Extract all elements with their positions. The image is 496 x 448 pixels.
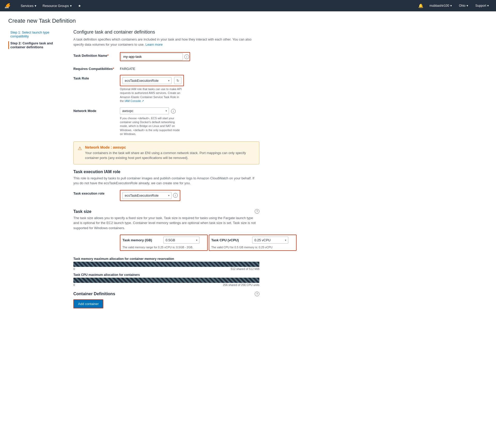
page-title: Create new Task Definition: [8, 18, 353, 24]
favorites-star[interactable]: ★: [75, 0, 84, 11]
requires-compat-row: Requires Compatibilities* FARGATE: [73, 65, 353, 71]
requires-compat-value: FARGATE: [120, 65, 135, 71]
resource-groups-chevron-icon: ▾: [70, 4, 72, 8]
task-cpu-hint: The valid CPU for 0.5 GB memory is: 0.25…: [211, 246, 294, 249]
task-memory-label: Task memory (GB): [122, 238, 161, 242]
cpu-progress-left: 0: [73, 283, 75, 286]
task-role-refresh-button[interactable]: ↻: [174, 77, 181, 84]
container-defs-title: Container Definitions: [73, 292, 115, 296]
task-memory-select[interactable]: 0.5GB 1GB 2GB: [163, 237, 199, 244]
section-title: Configure task and container definitions: [73, 29, 353, 35]
network-mode-hint: If you choose <default>, ECS will start …: [120, 116, 182, 136]
task-cpu-label: Task CPU (vCPU): [211, 238, 250, 242]
task-exec-role-info-icon[interactable]: i: [173, 193, 178, 198]
task-def-name-label: Task Definition Name*: [73, 52, 120, 58]
task-cpu-input-box: Task CPU (vCPU) 0.25 vCPU 0.5 vCPU 1 vCP…: [209, 235, 297, 251]
section-description: A task definition specifies which contai…: [73, 37, 254, 47]
network-mode-select[interactable]: awsvpc: [120, 107, 169, 114]
aws-logo[interactable]: aws: [4, 2, 13, 9]
navbar: aws Services ▾ Resource Groups ▾ ★ 🔔 mub…: [0, 0, 496, 11]
network-mode-info-icon[interactable]: i: [171, 109, 176, 114]
learn-more-link[interactable]: Learn more: [145, 43, 162, 46]
support-chevron-icon: ▾: [487, 4, 489, 7]
task-def-name-input-box: i: [120, 52, 190, 61]
task-exec-iam-title: Task execution IAM role: [73, 170, 353, 174]
task-exec-role-row: Task execution role ecsTaskExecutionRole…: [73, 190, 353, 201]
main-content: Configure task and container definitions…: [73, 29, 353, 315]
task-exec-iam-section: Task execution IAM role This role is req…: [73, 170, 353, 201]
network-mode-warning: ⚠ Network Mode : awsvpc Your containers …: [73, 141, 259, 164]
task-size-desc: The task size allows you to specify a fi…: [73, 215, 259, 231]
steps-sidebar: Step 1: Select launch type compatibility…: [8, 29, 65, 315]
task-size-help-icon[interactable]: ?: [255, 209, 259, 214]
step-1[interactable]: Step 1: Select launch type compatibility: [8, 30, 65, 38]
iam-console-link[interactable]: IAM Console ↗: [125, 99, 144, 102]
task-exec-iam-desc: This role is required by tasks to pull c…: [73, 176, 259, 186]
network-mode-label: Network Mode: [73, 107, 120, 113]
resource-groups-menu[interactable]: Resource Groups ▾: [40, 0, 75, 11]
task-exec-role-label: Task execution role: [73, 190, 120, 195]
task-memory-input-box: Task memory (GB) 0.5GB 1GB 2GB ▾: [120, 235, 208, 251]
mem-alloc-title: Task memory maximum allocation for conta…: [73, 257, 259, 261]
navbar-right: 🔔 mubbashir100 ▾ Ohio ▾ Support ▾: [416, 0, 492, 11]
task-role-select[interactable]: ecsTaskExecutionRole: [122, 77, 172, 84]
add-container-button[interactable]: Add container: [73, 299, 103, 308]
task-role-row: Task Role ecsTaskExecutionRole ▾ ↻ Opti: [73, 75, 353, 103]
task-size-title: Task size: [73, 209, 91, 214]
memory-allocation-section: Task memory maximum allocation for conta…: [73, 257, 259, 286]
task-definition-name-row: Task Definition Name* i: [73, 52, 353, 61]
support-menu[interactable]: Support ▾: [472, 0, 492, 11]
task-role-label: Task Role: [73, 75, 120, 80]
step-2: Step 2: Configure task and container def…: [8, 41, 65, 49]
cpu-alloc-title: Task CPU maximum allocation for containe…: [73, 273, 259, 277]
task-exec-role-select[interactable]: ecsTaskExecutionRole: [122, 192, 172, 199]
mem-progress-left: 0: [73, 267, 75, 270]
notification-bell-icon[interactable]: 🔔: [416, 3, 425, 8]
task-role-input-box: ecsTaskExecutionRole ▾ ↻: [120, 75, 184, 86]
warning-triangle-icon: ⚠: [78, 146, 82, 151]
cpu-progress-right: 256 shared of 256 CPU units: [223, 283, 259, 286]
star-icon: ★: [78, 4, 81, 8]
region-chevron-icon: ▾: [467, 4, 468, 7]
task-definition-name-input[interactable]: [121, 53, 183, 60]
warning-text: Your containers in the task will share a…: [85, 150, 255, 161]
cpu-progress-bar: [73, 278, 259, 283]
svg-text:aws: aws: [5, 6, 9, 9]
task-memory-row: Task memory (GB) 0.5GB 1GB 2GB ▾: [73, 235, 353, 253]
task-memory-hint: The valid memory range for 0.25 vCPU is:…: [122, 246, 205, 249]
task-exec-role-input-box: ecsTaskExecutionRole ▾ i: [120, 190, 180, 201]
user-menu[interactable]: mubbashir100 ▾: [427, 0, 455, 11]
requires-compat-label: Requires Compatibilities*: [73, 65, 120, 71]
task-role-hint: Optional IAM role that tasks can use to …: [120, 87, 182, 103]
memory-progress-bar: [73, 262, 259, 267]
services-menu[interactable]: Services ▾: [18, 0, 40, 11]
container-defs-help-icon[interactable]: ?: [255, 292, 259, 296]
services-chevron-icon: ▾: [35, 4, 36, 8]
container-definitions-section: Container Definitions ? Add container: [73, 292, 353, 308]
network-mode-row: Network Mode awsvpc ▾ i If you choose <d…: [73, 107, 353, 136]
warning-title: Network Mode : awsvpc: [85, 145, 255, 149]
task-size-section: Task size ? The task size allows you to …: [73, 207, 353, 309]
task-cpu-select[interactable]: 0.25 vCPU 0.5 vCPU 1 vCPU: [252, 237, 288, 244]
task-def-name-info-icon[interactable]: i: [184, 54, 189, 59]
region-menu[interactable]: Ohio ▾: [456, 0, 471, 11]
user-chevron-icon: ▾: [450, 4, 452, 7]
mem-progress-right: 512 shared of 512 MiB: [231, 267, 259, 270]
